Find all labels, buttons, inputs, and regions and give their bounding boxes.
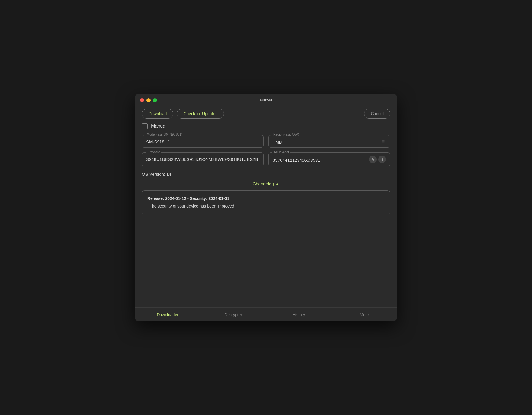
imei-label: IMEI/Serial [272,150,290,154]
model-value[interactable]: SM-S918U1 [146,138,259,144]
region-field: Region (e.g. XAA) TMB ≡ [268,135,390,148]
firmware-field: Firmware S918U1UES2BWL9/S918U1OYM2BWL9/S… [142,152,264,166]
nav-label-more: More [360,312,369,317]
region-value[interactable]: TMB [273,138,381,145]
nav-item-downloader[interactable]: Downloader [135,308,200,321]
check-updates-button[interactable]: Check for Updates [177,109,224,119]
nav-label-downloader: Downloader [157,312,178,317]
window-title: Bifrost [260,98,272,102]
nav-item-more[interactable]: More [332,308,397,321]
bottom-nav: Downloader Decrypter History More [135,307,397,321]
manual-label: Manual [151,124,166,129]
nav-label-decrypter: Decrypter [224,312,242,317]
firmware-label: Firmware [146,150,161,154]
model-region-row: Model (e.g. SM-N986U1) SM-S918U1 Region … [142,135,390,148]
changelog-toggle-label: Changelog [253,181,274,186]
cancel-button[interactable]: Cancel [364,109,390,119]
model-label: Model (e.g. SM-N986U1) [146,133,183,136]
nav-item-decrypter[interactable]: Decrypter [200,308,266,321]
region-label: Region (e.g. XAA) [272,133,300,136]
maximize-button[interactable] [153,98,157,102]
changelog-toggle-icon: ▲ [275,181,279,186]
firmware-value[interactable]: S918U1UES2BWL9/S918U1OYM2BWL9/S918U1UES2… [146,156,259,162]
imei-icons: ✎ ℹ [369,156,386,163]
title-bar: Bifrost [135,94,397,106]
changelog-release: Release: 2024-01-12 • Security: 2024-01-… [147,195,385,202]
nav-label-history: History [293,312,305,317]
download-button[interactable]: Download [142,109,173,119]
firmware-imei-row: Firmware S918U1UES2BWL9/S918U1OYM2BWL9/S… [142,152,390,166]
app-window: Bifrost Download Check for Updates Cance… [135,94,397,321]
manual-row: Manual [142,123,390,129]
nav-item-history[interactable]: History [266,308,332,321]
toolbar: Download Check for Updates Cancel [135,106,397,123]
info-icon[interactable]: ℹ [378,156,386,163]
minimize-button[interactable] [146,98,150,102]
region-list-icon[interactable]: ≡ [381,138,386,145]
os-version: OS Version: 14 [142,171,390,177]
model-field: Model (e.g. SM-N986U1) SM-S918U1 [142,135,264,148]
window-controls [140,98,157,102]
changelog-toggle[interactable]: Changelog ▲ [142,181,390,186]
imei-field: IMEI/Serial 357644121234565;3531 ✎ ℹ [268,152,390,166]
changelog-body: · The security of your device has been i… [147,203,385,209]
close-button[interactable] [140,98,144,102]
main-content: Manual Model (e.g. SM-N986U1) SM-S918U1 … [135,123,397,307]
imei-value[interactable]: 357644121234565;3531 [273,156,367,163]
edit-icon[interactable]: ✎ [369,156,377,163]
changelog-box: Release: 2024-01-12 • Security: 2024-01-… [142,190,390,214]
manual-checkbox[interactable] [142,123,148,129]
